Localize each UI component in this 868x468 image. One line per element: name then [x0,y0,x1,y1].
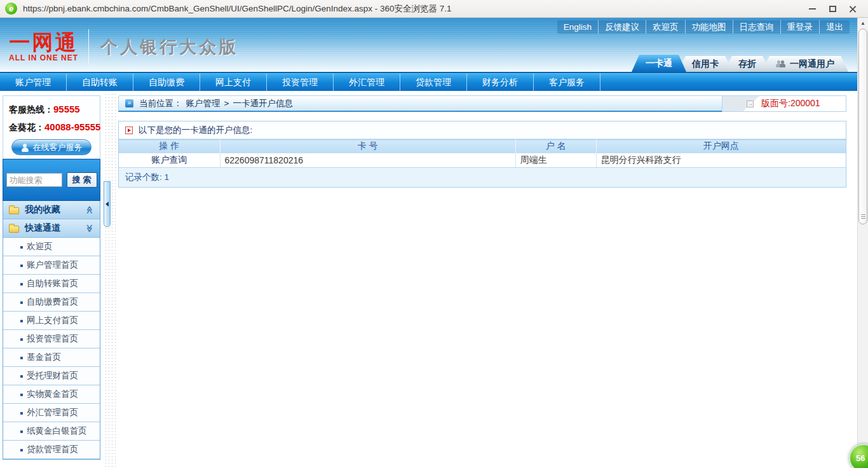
sidebar-item-invest-home[interactable]: 投资管理首页 [3,330,100,348]
browser-titlebar: https://pbnj.ebank.cmbchina.com/CmbBank_… [0,0,868,18]
product-title: 个人银行大众版 [100,36,238,59]
sidebar-item-loan-home[interactable]: 贷款管理首页 [3,441,100,459]
close-button[interactable] [843,3,863,15]
main-nav: 账户管理 自助转账 自助缴费 网上支付 投资管理 外汇管理 贷款管理 财务分析 … [0,73,857,91]
account-name-cell: 周端生 [515,153,596,168]
sidebar-item-forex-home[interactable]: 外汇管理首页 [3,404,100,422]
sidebar-item-onlinepay-home[interactable]: 网上支付首页 [3,312,100,330]
close-icon [849,5,857,13]
nav-online-pay[interactable]: 网上支付 [200,74,267,91]
top-link-feedback[interactable]: 反馈建议 [599,20,646,34]
section-my-favorites[interactable]: 我的收藏 ≪ [3,201,100,219]
top-link-log-query[interactable]: 日志查询 [733,20,781,34]
sidebar-collapse-handle[interactable] [104,181,111,227]
nav-loan[interactable]: 贷款管理 [400,74,467,91]
brand-name: 一网通 [9,32,78,53]
hotline-row: 客服热线：95555 [9,104,94,116]
work-area: 客服热线：95555 金葵花：40088-95555 在线客户服务 搜 索 [0,91,857,468]
breadcrumb-path[interactable]: 账户管理 [186,98,220,109]
col-branch: 开户网点 [596,140,846,153]
maximize-icon [829,6,836,12]
page-number: 版面号:200001 [761,98,820,109]
dotted-divider [104,92,118,467]
nav-forex[interactable]: 外汇管理 [334,74,400,91]
sidebar-item-papergold-home[interactable]: 纸黄金白银首页 [3,422,100,441]
top-link-english[interactable]: English [557,20,599,34]
site-header: English 反馈建议 欢迎页 功能地图 日志查询 重登录 退出 一网通 AL… [0,18,857,73]
vertical-scrollbar[interactable]: ▲ [857,18,868,468]
section-quick-channel[interactable]: 快速通道 ≫ [3,219,100,238]
sidebar-item-gold-home[interactable]: 实物黄金首页 [3,385,100,404]
nav-investment[interactable]: 投资管理 [267,74,334,91]
breadcrumb-arrow-icon: » [125,99,133,107]
scrollbar-thumb[interactable] [858,29,867,224]
online-service-button[interactable]: 在线客户服务 [11,139,92,155]
logo: 一网通 ALL IN ONE NET 个人银行大众版 [9,29,238,65]
sidebar: 客服热线：95555 金葵花：40088-95555 在线客户服务 搜 索 [3,95,100,460]
nav-self-payment[interactable]: 自助缴费 [133,74,200,91]
top-link-logout[interactable]: 退出 [820,20,850,34]
account-tabs: 一卡通 信用卡 存折 一网通用户 [640,55,848,72]
person-icon [21,143,29,152]
nav-self-transfer[interactable]: 自助转账 [67,74,133,91]
folder-icon [9,207,19,214]
record-count: 记录个数: 1 [119,168,846,187]
top-link-sitemap[interactable]: 功能地图 [686,20,733,34]
top-link-relogin[interactable]: 重登录 [781,20,820,34]
breadcrumb-label: 当前位置： [139,98,182,109]
sidebar-menu: 我的收藏 ≪ 快速通道 ≫ 欢迎页 账户管理首页 自助转账首页 自助缴费首页 网… [3,201,100,460]
account-query-link[interactable]: 账户查询 [119,153,220,168]
tab-yikatong[interactable]: 一卡通 [632,55,686,72]
browser-window: https://pbnj.ebank.cmbchina.com/CmbBank_… [0,0,868,468]
page-number-box: → 版面号:200001 [722,95,846,112]
breadcrumb: » 当前位置： 账户管理 > 一卡通开户信息 → 版面号:200001 [118,95,846,112]
breadcrumb-current: 一卡通开户信息 [233,98,293,109]
chevron-up-icon: ≪ [86,206,95,214]
branch-cell: 昆明分行兴科路支行 [596,153,846,168]
minimize-button[interactable] [802,3,822,15]
sidebar-item-wealth-home[interactable]: 受托理财首页 [3,367,100,385]
breadcrumb-separator: > [224,99,229,108]
tab-netuser[interactable]: 一网通用户 [762,56,848,72]
sidebar-item-fund-home[interactable]: 基金首页 [3,348,100,367]
panel-title-row: 以下是您的一卡通的开户信息: [119,121,846,139]
folder-icon [9,226,19,233]
brand-logo: 一网通 ALL IN ONE NET [9,32,78,62]
search-button[interactable]: 搜 索 [67,172,97,188]
page-link-icon[interactable]: → [747,100,754,107]
col-operation: 操 作 [119,140,220,153]
browser-title: https://pbnj.ebank.cmbchina.com/CmbBank_… [23,3,452,15]
chevron-down-icon: ≫ [86,224,95,233]
vip-label: 金葵花： [9,122,44,132]
page: English 反馈建议 欢迎页 功能地图 日志查询 重登录 退出 一网通 AL… [0,18,868,468]
tab-credit-card[interactable]: 信用卡 [678,56,733,72]
nav-customer-service[interactable]: 客户服务 [534,74,600,91]
card-number-cell: 6226098711820216 [220,153,515,168]
function-search-box: 搜 索 [3,159,100,201]
logo-divider [88,29,89,65]
collapse-arrow-icon [105,202,109,207]
hotline-number: 95555 [53,104,80,114]
top-link-welcome[interactable]: 欢迎页 [646,20,686,34]
sidebar-item-welcome[interactable]: 欢迎页 [3,238,100,256]
panel-title: 以下是您的一卡通的开户信息: [139,125,252,136]
nav-account-mgmt[interactable]: 账户管理 [0,74,67,91]
sidebar-item-account-home[interactable]: 账户管理首页 [3,256,100,275]
account-info-panel: 以下是您的一卡通的开户信息: 操 作 卡 号 户 名 开户网点 [118,121,846,188]
users-icon [776,60,786,67]
hotline-box: 客服热线：95555 金葵花：40088-95555 在线客户服务 [3,95,100,159]
col-account-name: 户 名 [515,140,596,153]
table-row: 账户查询 6226098711820216 周端生 昆明分行兴科路支行 [119,153,846,168]
nav-finance-analysis[interactable]: 财务分析 [467,74,534,91]
brand-slogan: ALL IN ONE NET [9,53,78,62]
scroll-up-icon[interactable]: ▲ [858,18,868,28]
sidebar-item-transfer-home[interactable]: 自助转账首页 [3,275,100,293]
vip-number: 40088-95555 [44,121,100,132]
window-controls [802,3,863,15]
sidebar-item-payment-home[interactable]: 自助缴费首页 [3,293,100,312]
red-arrow-icon [125,127,133,134]
maximize-button[interactable] [822,3,843,15]
browser-icon [5,3,17,15]
search-input[interactable] [6,173,62,187]
main-content: » 当前位置： 账户管理 > 一卡通开户信息 → 版面号:200001 以下是您… [118,95,846,112]
